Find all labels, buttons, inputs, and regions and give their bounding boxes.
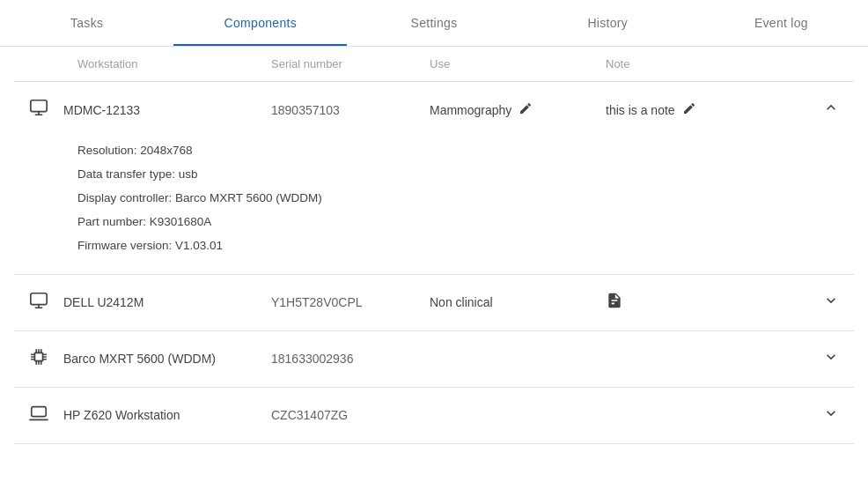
detail-line: Resolution: 2048x768: [77, 141, 840, 161]
device-name: Barco MXRT 5600 (WDDM): [63, 352, 216, 366]
edit-use-icon[interactable]: [519, 101, 533, 119]
workstation-cell-row-2: DELL U2412M: [28, 291, 271, 315]
chevron-cell[interactable]: [796, 99, 840, 121]
row-main-row-2: DELL U2412MY1H5T28V0CPLNon clinical: [14, 275, 854, 330]
laptop-icon: [28, 404, 49, 427]
serial-number: CZC31407ZG: [271, 408, 430, 422]
note-cell: this is a note: [606, 101, 796, 119]
svg-rect-3: [31, 293, 47, 304]
header-use: Use: [430, 57, 606, 70]
chevron-up-icon[interactable]: [822, 99, 840, 121]
device-name: DELL U2412M: [63, 295, 143, 309]
header-workstation: Workstation: [28, 57, 271, 70]
svg-rect-6: [34, 352, 42, 360]
table-container: Workstation Serial number Use Note MDMC-…: [0, 47, 868, 444]
header-serial: Serial number: [271, 57, 430, 70]
chevron-cell[interactable]: [796, 292, 840, 314]
serial-number: Y1H5T28V0CPL: [271, 295, 430, 309]
tab-event-log[interactable]: Event log: [695, 0, 868, 46]
tab-components[interactable]: Components: [173, 0, 347, 46]
serial-number: 181633002936: [271, 352, 430, 366]
use-text: Non clinical: [430, 295, 493, 309]
table-body: MDMC-121331890357103Mammography this is …: [14, 82, 854, 444]
tab-history[interactable]: History: [521, 0, 695, 46]
table-row: MDMC-121331890357103Mammography this is …: [14, 82, 854, 275]
use-cell: Mammography: [430, 101, 606, 119]
detail-line: Data transfer type: usb: [77, 165, 840, 185]
note-cell: [606, 292, 796, 314]
chip-icon: [28, 347, 49, 371]
detail-line: Part number: K9301680A: [77, 212, 840, 233]
table-header: Workstation Serial number Use Note: [14, 47, 854, 82]
chevron-cell[interactable]: [796, 348, 840, 370]
chevron-down-icon[interactable]: [822, 404, 840, 427]
chevron-down-icon[interactable]: [822, 292, 840, 314]
table-row: HP Z620 WorkstationCZC31407ZG: [14, 388, 854, 444]
chevron-cell[interactable]: [796, 404, 840, 427]
workstation-cell-row-3: Barco MXRT 5600 (WDDM): [28, 347, 271, 371]
use-text: Mammography: [430, 103, 511, 117]
row-detail-row-1: Resolution: 2048x768Data transfer type: …: [14, 137, 854, 274]
detail-line: Display controller: Barco MXRT 5600 (WDD…: [77, 189, 840, 209]
tabs-container: TasksComponentsSettingsHistoryEvent log: [0, 0, 868, 47]
row-main-row-4: HP Z620 WorkstationCZC31407ZG: [14, 388, 854, 443]
tab-settings[interactable]: Settings: [347, 0, 520, 46]
workstation-cell-row-1: MDMC-12133: [28, 98, 271, 122]
tab-tasks[interactable]: Tasks: [0, 0, 173, 46]
use-cell: Non clinical: [430, 295, 606, 309]
device-name: MDMC-12133: [63, 103, 140, 117]
workstation-cell-row-4: HP Z620 Workstation: [28, 404, 271, 427]
row-main-row-1: MDMC-121331890357103Mammography this is …: [14, 82, 854, 137]
device-name: HP Z620 Workstation: [63, 408, 180, 422]
svg-rect-0: [31, 100, 47, 112]
note-text: this is a note: [606, 103, 675, 117]
chevron-down-icon[interactable]: [822, 348, 840, 370]
edit-note-icon[interactable]: [682, 101, 696, 119]
monitor-icon: [28, 291, 49, 315]
serial-number: 1890357103: [271, 103, 430, 117]
monitor-icon: [28, 98, 49, 122]
table-row: DELL U2412MY1H5T28V0CPLNon clinical: [14, 275, 854, 331]
row-main-row-3: Barco MXRT 5600 (WDDM)181633002936: [14, 331, 854, 387]
file-note-icon[interactable]: [606, 292, 623, 314]
svg-rect-19: [32, 406, 47, 416]
detail-line: Firmware version: V1.03.01: [77, 236, 840, 256]
header-note: Note: [606, 57, 796, 70]
table-row: Barco MXRT 5600 (WDDM)181633002936: [14, 331, 854, 388]
